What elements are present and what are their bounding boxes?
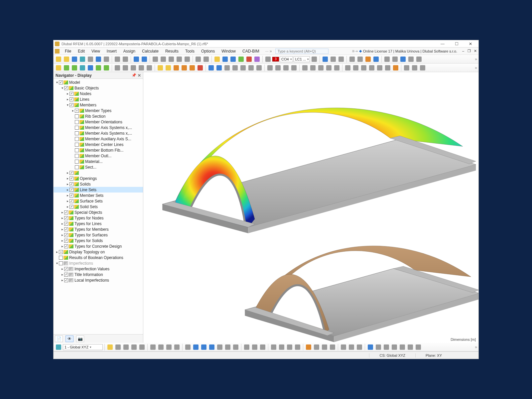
graph-button[interactable]: [237, 56, 245, 63]
tree-node[interactable]: Member Orientations: [54, 119, 143, 125]
mdi-close[interactable]: ✕: [473, 49, 477, 53]
tree-twisty[interactable]: ▸: [66, 199, 69, 203]
tool-28[interactable]: [344, 64, 351, 71]
tree-twisty[interactable]: ▸: [60, 273, 64, 276]
viewport-3d[interactable]: Dimensions [m]: [143, 72, 478, 343]
menu-more[interactable]: ··· »: [263, 49, 274, 54]
tree-twisty[interactable]: ▸: [60, 267, 64, 271]
bt-25[interactable]: [313, 343, 320, 351]
model-manager-button[interactable]: [71, 56, 78, 63]
tool-19[interactable]: [266, 64, 274, 71]
redo-button[interactable]: [141, 56, 148, 63]
tool-30[interactable]: [360, 64, 367, 71]
tree-twisty[interactable]: ▸: [60, 278, 64, 282]
node-tool[interactable]: [55, 64, 62, 71]
tree-node[interactable]: ▸Imperfection Values: [54, 266, 143, 272]
navigator-tree[interactable]: ▾Model▾Basic Objects▸Nodes▸Lines▾Members…: [54, 79, 143, 334]
maximize-button[interactable]: ☐: [450, 41, 463, 47]
tree-checkbox[interactable]: [69, 177, 73, 181]
bt-6[interactable]: [149, 343, 157, 351]
tree-node[interactable]: ▸: [54, 170, 143, 176]
tree-node[interactable]: ▸Solids: [54, 181, 143, 187]
tree-checkbox[interactable]: [75, 114, 79, 118]
tree-node[interactable]: ▸Openings: [54, 176, 143, 181]
tool-23[interactable]: [301, 64, 309, 71]
bt-17[interactable]: [243, 343, 250, 351]
close-button[interactable]: ✕: [464, 41, 477, 47]
results-button[interactable]: [245, 56, 253, 63]
tree-node[interactable]: ▸Special Objects: [54, 209, 143, 215]
tool-15[interactable]: [231, 64, 239, 71]
menu-assign[interactable]: Assign: [121, 48, 138, 54]
calc2-button[interactable]: [229, 56, 237, 63]
tool-20[interactable]: [274, 64, 282, 71]
cs-select[interactable]: 1 - Global XYZ▾: [63, 344, 103, 350]
tree-node[interactable]: Member Auxiliary Axis S...: [54, 136, 143, 142]
tree-checkbox[interactable]: [69, 199, 73, 203]
bt-37[interactable]: [415, 343, 422, 351]
tree-twisty[interactable]: ▸: [71, 109, 75, 112]
bt-23[interactable]: [294, 343, 301, 351]
tree-twisty[interactable]: ▸: [60, 222, 64, 225]
minimize-button[interactable]: —: [436, 41, 449, 47]
tree-checkbox[interactable]: [69, 188, 73, 192]
print-button[interactable]: [103, 56, 110, 63]
bt-2[interactable]: [114, 343, 122, 351]
pin-icon[interactable]: 📌: [132, 73, 136, 77]
tree-checkbox[interactable]: [59, 256, 63, 260]
layout2-button[interactable]: [356, 56, 364, 63]
tool-29[interactable]: [352, 64, 359, 71]
filter2-button[interactable]: [330, 56, 337, 63]
bt-30[interactable]: [356, 343, 363, 351]
opening-tool[interactable]: [103, 64, 110, 71]
tree-checkbox[interactable]: [75, 126, 79, 130]
menu-file[interactable]: File: [62, 48, 74, 54]
copy-button[interactable]: [114, 56, 121, 63]
bt-15[interactable]: [224, 343, 231, 351]
tree-twisty[interactable]: ▸: [55, 250, 59, 254]
tree-node[interactable]: ▾Members: [54, 102, 143, 108]
bt-28[interactable]: [340, 343, 347, 351]
bt-1[interactable]: [106, 343, 114, 351]
tool-27[interactable]: [333, 64, 340, 71]
filter3-button[interactable]: [337, 56, 345, 63]
new-button[interactable]: [55, 56, 62, 63]
menu-view[interactable]: View: [89, 48, 103, 54]
tree-node[interactable]: ▸Title Information: [54, 272, 143, 277]
tree-checkbox[interactable]: [75, 137, 79, 141]
tool-35[interactable]: [403, 64, 410, 71]
bt-9[interactable]: [173, 343, 181, 351]
tree-node[interactable]: ▸Surface Sets: [54, 198, 143, 204]
tree-checkbox[interactable]: [75, 165, 79, 169]
bt-16[interactable]: [232, 343, 239, 351]
bt-12[interactable]: [200, 343, 207, 351]
wizard-button[interactable]: [213, 56, 221, 63]
tool-24[interactable]: [309, 64, 317, 71]
profile-button[interactable]: [372, 56, 380, 63]
bt-33[interactable]: [383, 343, 390, 351]
tree-node[interactable]: Rib Section: [54, 113, 143, 119]
tool-9[interactable]: [181, 64, 188, 71]
tree-node[interactable]: Material...: [54, 159, 143, 164]
tree-checkbox[interactable]: [69, 92, 73, 96]
tool-8[interactable]: [173, 64, 180, 71]
menu-window[interactable]: Window: [219, 48, 238, 54]
tree-checkbox[interactable]: [75, 143, 79, 147]
layout-button[interactable]: [348, 56, 356, 63]
tool-b-button[interactable]: [202, 56, 210, 63]
tree-node[interactable]: Member Axis Systems x,...: [54, 125, 143, 130]
ext-d-button[interactable]: [407, 56, 415, 63]
tree-twisty[interactable]: ▸: [66, 177, 69, 180]
tool-11[interactable]: [197, 64, 204, 71]
tree-node[interactable]: ▸Types for Concrete Design: [54, 243, 143, 249]
tool-13[interactable]: [215, 64, 223, 71]
tool-22[interactable]: [290, 64, 298, 71]
bt-18[interactable]: [251, 343, 258, 351]
tree-twisty[interactable]: ▾: [60, 86, 64, 90]
tool-17[interactable]: [247, 64, 255, 71]
bt-13[interactable]: [208, 343, 215, 351]
data-button[interactable]: [364, 56, 372, 63]
tree-node[interactable]: ▾Basic Objects: [54, 85, 143, 91]
tree-twisty[interactable]: ▸: [60, 227, 64, 231]
tool-1[interactable]: [114, 64, 121, 71]
